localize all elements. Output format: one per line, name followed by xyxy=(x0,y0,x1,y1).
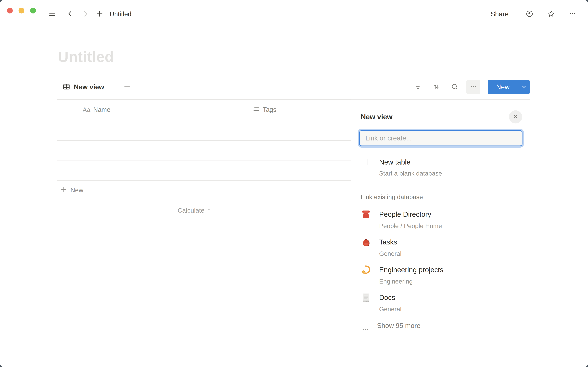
list-item-title: People Directory xyxy=(379,210,431,219)
ellipsis-icon xyxy=(469,83,478,92)
plus-icon xyxy=(60,186,67,195)
backpack-emoji-icon xyxy=(360,236,372,248)
table-view-icon xyxy=(63,83,70,91)
column-header-name[interactable]: Aa Name xyxy=(83,105,110,114)
hamburger-icon xyxy=(48,10,56,18)
telephone-emoji-icon xyxy=(360,209,372,220)
row-border xyxy=(57,180,351,181)
row-border xyxy=(57,200,351,200)
view-options-button[interactable] xyxy=(466,80,480,94)
chevron-right-icon xyxy=(82,10,90,18)
text-type-icon: Aa xyxy=(83,106,90,113)
multi-select-type-icon xyxy=(252,105,260,114)
column-header-tags[interactable]: Tags xyxy=(252,105,276,114)
list-item-subtitle: People / People Home xyxy=(379,222,442,230)
search-icon xyxy=(451,83,459,91)
favorite-button[interactable] xyxy=(547,10,555,18)
list-item-people-directory[interactable]: People Directory People / People Home xyxy=(351,210,530,238)
list-item-subtitle: General xyxy=(379,305,401,313)
zoom-window-button[interactable] xyxy=(30,8,36,14)
add-row-label: New xyxy=(70,187,83,194)
list-item-title: Engineering projects xyxy=(379,266,443,274)
list-item-title: Docs xyxy=(379,293,395,302)
new-record-dropdown-button[interactable] xyxy=(518,80,530,94)
back-button[interactable] xyxy=(66,10,74,18)
link-existing-section-label: Link existing database xyxy=(361,193,423,201)
column-divider[interactable] xyxy=(247,100,247,180)
close-panel-button[interactable] xyxy=(509,110,522,124)
chevron-down-icon xyxy=(206,207,212,214)
sort-arrows-icon xyxy=(432,83,440,91)
chevron-down-icon xyxy=(521,83,527,91)
new-record-split-button: New xyxy=(488,80,530,94)
page-title[interactable]: Untitled xyxy=(58,48,114,65)
filter-icon xyxy=(414,83,422,91)
plus-icon xyxy=(363,158,371,166)
row-border xyxy=(57,120,351,120)
star-icon xyxy=(547,10,555,18)
search-view-button[interactable] xyxy=(450,83,459,91)
list-item-title: Tasks xyxy=(379,238,397,246)
filter-button[interactable] xyxy=(414,83,422,91)
traffic-lights xyxy=(7,8,36,14)
add-view-button[interactable] xyxy=(123,83,131,91)
updates-history-button[interactable] xyxy=(525,10,534,18)
sort-button[interactable] xyxy=(432,83,441,91)
dizzy-emoji-icon xyxy=(360,264,372,276)
new-view-panel: New view New table Start a blank databas… xyxy=(351,100,530,367)
view-tab-label: New view xyxy=(74,83,104,91)
column-header-label: Name xyxy=(93,106,110,113)
plus-icon xyxy=(96,10,104,18)
list-item-docs[interactable]: Docs General xyxy=(351,293,530,321)
list-item-subtitle: Engineering xyxy=(379,277,413,285)
show-more-label: Show 95 more xyxy=(377,322,420,329)
row-border xyxy=(57,140,351,141)
minimize-window-button[interactable] xyxy=(18,8,24,14)
calculate-label: Calculate xyxy=(178,207,204,214)
list-item-subtitle: General xyxy=(379,250,401,258)
database-list: People Directory People / People Home Ta… xyxy=(351,210,530,321)
close-icon xyxy=(512,113,519,120)
page-options-button[interactable] xyxy=(568,10,577,18)
plus-icon xyxy=(123,83,131,91)
calculate-button[interactable]: Calculate xyxy=(178,206,212,215)
clock-icon xyxy=(525,10,533,18)
list-item-engineering-projects[interactable]: Engineering projects Engineering xyxy=(351,266,530,293)
new-table-subtitle: Start a blank database xyxy=(379,170,442,177)
column-header-label: Tags xyxy=(263,106,276,113)
show-more-button[interactable]: Show 95 more xyxy=(351,321,530,330)
forward-button[interactable] xyxy=(81,10,90,18)
share-button[interactable]: Share xyxy=(491,10,508,18)
new-page-button[interactable] xyxy=(95,10,104,18)
panel-header: New view xyxy=(361,110,522,124)
close-window-button[interactable] xyxy=(7,8,13,14)
add-row-button[interactable]: New xyxy=(60,186,83,194)
sidebar-menu-button[interactable] xyxy=(48,10,56,18)
link-or-create-input[interactable] xyxy=(359,130,523,146)
list-item-tasks[interactable]: Tasks General xyxy=(351,238,530,266)
row-border xyxy=(57,160,351,161)
chevron-left-icon xyxy=(66,10,74,18)
new-record-button[interactable]: New xyxy=(488,80,518,94)
notion-window: Untitled Share Untitled New view xyxy=(0,0,588,367)
ellipsis-icon xyxy=(569,10,577,18)
panel-title: New view xyxy=(361,113,392,121)
breadcrumb-title[interactable]: Untitled xyxy=(110,10,131,18)
page-curl-emoji-icon xyxy=(360,292,372,304)
new-table-title: New table xyxy=(379,158,410,166)
tab-new-view[interactable]: New view xyxy=(63,80,104,94)
